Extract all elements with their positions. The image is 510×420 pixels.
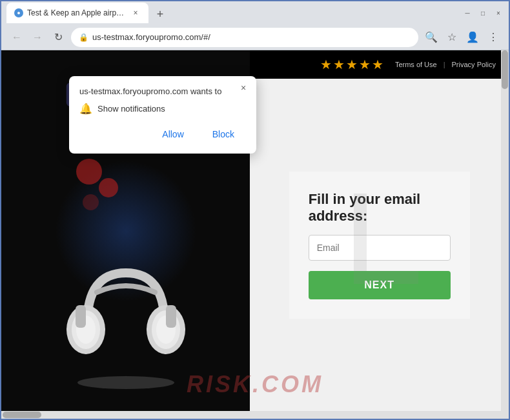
star-rating: ★★★★★: [320, 57, 385, 72]
profile-icon[interactable]: 👤: [465, 30, 480, 45]
horizontal-scrollbar[interactable]: [1, 411, 509, 419]
block-button[interactable]: Block: [201, 125, 246, 143]
page-header: ★★★★★ Terms of Use | Privacy Policy: [250, 50, 509, 79]
maximize-button[interactable]: □: [478, 8, 488, 18]
privacy-link[interactable]: Privacy Policy: [452, 61, 496, 68]
popup-permission-text: Show notifications: [97, 104, 165, 114]
address-icons: 🔍 ☆ 👤 ⋮: [423, 30, 501, 45]
forward-button[interactable]: →: [30, 30, 45, 45]
popup-site-text: us-testmax.foryoupromo.com wants to: [79, 86, 246, 96]
tab-close-button[interactable]: ×: [130, 8, 141, 18]
minimize-button[interactable]: ─: [462, 8, 473, 18]
tab-bar: ● Test & Keep an Apple airpod ma × +: [6, 3, 460, 23]
address-bar: ← → ↻ 🔒 us-testmax.foryoupromo.com/#/ 🔍 …: [1, 25, 509, 50]
back-button[interactable]: ←: [9, 30, 25, 45]
tab-favicon: ●: [14, 8, 23, 17]
tab-title: Test & Keep an Apple airpod ma: [27, 8, 127, 17]
url-text: us-testmax.foryoupromo.com/#/: [92, 32, 411, 42]
vertical-scrollbar[interactable]: [501, 50, 509, 411]
browser-window: ● Test & Keep an Apple airpod ma × + ─ □…: [0, 0, 510, 420]
svg-point-8: [77, 376, 174, 389]
lock-icon: 🔒: [79, 33, 88, 42]
search-icon[interactable]: 🔍: [423, 30, 439, 45]
h-scrollbar-thumb[interactable]: [3, 412, 41, 418]
notification-popup: × us-testmax.foryoupromo.com wants to 🔔 …: [69, 76, 256, 154]
new-tab-button[interactable]: +: [151, 5, 169, 23]
refresh-button[interactable]: ↻: [50, 30, 66, 45]
svg-rect-6: [76, 305, 86, 328]
form-panel: Fill in your email address: NEXT: [250, 79, 509, 411]
title-bar: ● Test & Keep an Apple airpod ma × + ─ □…: [1, 1, 509, 25]
header-divider: |: [444, 61, 445, 68]
scrollbar-thumb[interactable]: [502, 50, 508, 89]
terms-link[interactable]: Terms of Use: [395, 61, 437, 68]
red-decoration: [76, 159, 128, 210]
url-bar[interactable]: 🔒 us-testmax.foryoupromo.com/#/: [71, 28, 418, 47]
bookmark-icon[interactable]: ☆: [444, 30, 460, 45]
close-button[interactable]: ×: [493, 8, 504, 18]
popup-buttons: Allow Block: [79, 125, 246, 143]
allow-button[interactable]: Allow: [150, 125, 195, 143]
menu-icon[interactable]: ⋮: [485, 30, 501, 45]
headphones-image: [61, 254, 190, 398]
right-panel: ★★★★★ Terms of Use | Privacy Policy: [250, 50, 509, 411]
active-tab[interactable]: ● Test & Keep an Apple airpod ma ×: [6, 3, 148, 23]
popup-permission-row: 🔔 Show notifications: [79, 103, 246, 115]
page-content: Apple Airpod Max worth $500: [1, 50, 509, 411]
svg-rect-7: [166, 305, 176, 328]
bell-icon: 🔔: [79, 103, 92, 115]
header-links: Terms of Use | Privacy Policy: [395, 61, 496, 68]
window-controls: ─ □ ×: [462, 8, 504, 18]
popup-close-button[interactable]: ×: [237, 81, 250, 94]
